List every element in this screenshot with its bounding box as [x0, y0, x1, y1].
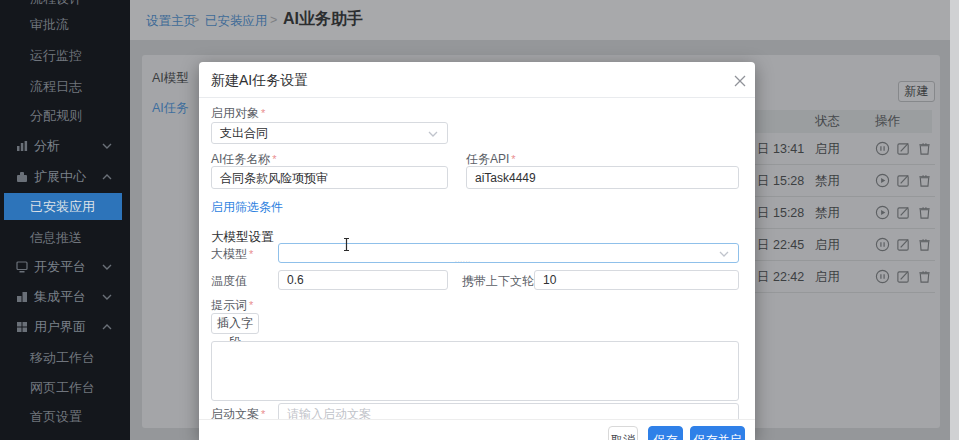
- prompt-textarea[interactable]: [211, 341, 739, 401]
- task-name-input[interactable]: 合同条款风险项预审: [211, 166, 448, 189]
- chevron-up-icon: [102, 174, 112, 180]
- sidebar-item-installed-apps[interactable]: 已安装应用: [4, 193, 122, 220]
- cancel-button[interactable]: 取消: [608, 426, 638, 440]
- chevron-down-icon: [428, 131, 438, 137]
- new-ai-task-modal: 新建AI任务设置 启用对象* 支出合同 AI任务名称* 任务API* 合同条款风…: [199, 62, 755, 440]
- required-mark: *: [511, 153, 515, 165]
- enable-filter-link[interactable]: 启用筛选条件: [211, 199, 283, 216]
- time-cell: 日 13:41: [757, 133, 804, 165]
- sidebar-group-dev-platform[interactable]: 开发平台: [0, 252, 130, 282]
- sidebar-item-run-monitor[interactable]: 运行监控: [0, 41, 130, 71]
- table-row: 日 13:41 启用: [755, 133, 935, 165]
- tab-ai-model[interactable]: AI模型: [152, 70, 189, 87]
- time-cell: 日 22:42: [757, 261, 804, 293]
- sidebar-item-process-log[interactable]: 流程日志: [0, 72, 130, 102]
- context-rounds-input[interactable]: 10: [534, 270, 739, 290]
- chevron-down-icon: [719, 251, 729, 257]
- chevron-down-icon: [102, 143, 112, 149]
- breadcrumb-link-installed-apps[interactable]: 已安装应用: [205, 13, 268, 30]
- dev-platform-icon: [16, 261, 28, 273]
- sidebar-item-home-settings[interactable]: 首页设置: [0, 402, 130, 432]
- enable-target-select[interactable]: 支出合同: [211, 122, 448, 144]
- model-section-label: 大模型设置: [211, 229, 274, 246]
- integration-platform-icon: [16, 291, 28, 303]
- prompt-label: 提示词*: [211, 297, 253, 314]
- pause-circle-icon[interactable]: [875, 141, 890, 156]
- modal-title: 新建AI任务设置: [211, 72, 308, 90]
- delete-icon[interactable]: [917, 141, 932, 156]
- table-row: 日 22:45 启用: [755, 229, 935, 261]
- status-cell: 启用: [815, 229, 840, 261]
- sidebar-item-approval-flow[interactable]: 审批流: [0, 10, 130, 40]
- play-circle-icon[interactable]: [875, 205, 890, 220]
- status-cell: 禁用: [815, 165, 840, 197]
- status-cell: 启用: [815, 133, 840, 165]
- time-cell: 日 15:28: [757, 165, 804, 197]
- table-row: 日 15:28 禁用: [755, 165, 935, 197]
- sidebar-group-user-interface[interactable]: 用户界面: [0, 312, 130, 342]
- text-cursor-icon: [342, 237, 351, 252]
- edit-icon[interactable]: [896, 173, 911, 188]
- breadcrumb-separator: >: [192, 13, 199, 27]
- sidebar-item-message-push[interactable]: 信息推送: [0, 223, 130, 253]
- temperature-input[interactable]: 0.6: [278, 270, 448, 290]
- page-title: AI业务助手: [283, 9, 363, 30]
- sidebar-group-expansion-center[interactable]: 扩展中心: [0, 162, 130, 192]
- close-icon[interactable]: [733, 74, 747, 88]
- sidebar-item-allocation-rules[interactable]: 分配规则: [0, 101, 130, 131]
- task-api-input[interactable]: aiTask4449: [466, 166, 739, 189]
- breadcrumb-bar: 设置主页 > 已安装应用 > AI业务助手: [130, 0, 950, 40]
- delete-icon[interactable]: [917, 269, 932, 284]
- pause-circle-icon[interactable]: [875, 237, 890, 252]
- model-label: 大模型*: [211, 246, 253, 263]
- insert-field-button[interactable]: 插入字段: [211, 313, 259, 334]
- column-header-status: 状态: [815, 110, 840, 133]
- status-cell: 启用: [815, 261, 840, 293]
- sidebar-group-integration-platform[interactable]: 集成平台: [0, 282, 130, 312]
- tab-ai-task[interactable]: AI任务: [152, 100, 189, 117]
- required-mark: *: [272, 153, 276, 165]
- required-mark: *: [249, 299, 253, 311]
- chevron-down-icon: [102, 264, 112, 270]
- time-cell: 日 22:45: [757, 229, 804, 261]
- sidebar-item-mobile-workbench[interactable]: 移动工作台: [0, 343, 130, 373]
- enable-target-label: 启用对象*: [211, 105, 265, 122]
- chevron-down-icon: [102, 294, 112, 300]
- delete-icon[interactable]: [917, 237, 932, 252]
- edit-icon[interactable]: [896, 237, 911, 252]
- time-cell: 日 15:28: [757, 197, 804, 229]
- column-header-actions: 操作: [875, 110, 900, 133]
- temperature-label: 温度值: [211, 273, 247, 290]
- analysis-icon: [16, 140, 28, 152]
- play-circle-icon[interactable]: [875, 173, 890, 188]
- table-row: 日 22:42 启用: [755, 261, 935, 293]
- delete-icon[interactable]: [917, 173, 932, 188]
- modal-header-divider: [199, 97, 755, 98]
- required-mark: *: [249, 248, 253, 260]
- save-and-enable-button[interactable]: 保存并启用: [690, 426, 745, 440]
- sidebar-item-web-workbench[interactable]: 网页工作台: [0, 373, 130, 403]
- chevron-up-icon: [102, 324, 112, 330]
- new-button[interactable]: 新建: [898, 81, 935, 102]
- model-select-faint-text: ......: [455, 250, 471, 263]
- breadcrumb-link-settings-home[interactable]: 设置主页: [146, 13, 196, 30]
- expansion-center-icon: [16, 171, 28, 183]
- edit-icon[interactable]: [896, 141, 911, 156]
- save-button[interactable]: 保存: [648, 426, 683, 440]
- table-row: 日 15:28 禁用: [755, 197, 935, 229]
- sidebar-group-analysis[interactable]: 分析: [0, 131, 130, 161]
- ui-grid-icon: [16, 321, 28, 333]
- pause-circle-icon[interactable]: [875, 269, 890, 284]
- required-mark: *: [261, 107, 265, 119]
- delete-icon[interactable]: [917, 205, 932, 220]
- page-scrollbar[interactable]: [950, 0, 959, 440]
- edit-icon[interactable]: [896, 205, 911, 220]
- edit-icon[interactable]: [896, 269, 911, 284]
- table-header: 状态 操作: [755, 110, 932, 133]
- modal-footer: 取消 保存 保存并启用: [199, 419, 755, 440]
- breadcrumb-separator: >: [270, 13, 277, 27]
- sidebar: 流程设计 审批流 运行监控 流程日志 分配规则 分析 扩展中心 已安装应用 信息…: [0, 0, 130, 440]
- status-cell: 禁用: [815, 197, 840, 229]
